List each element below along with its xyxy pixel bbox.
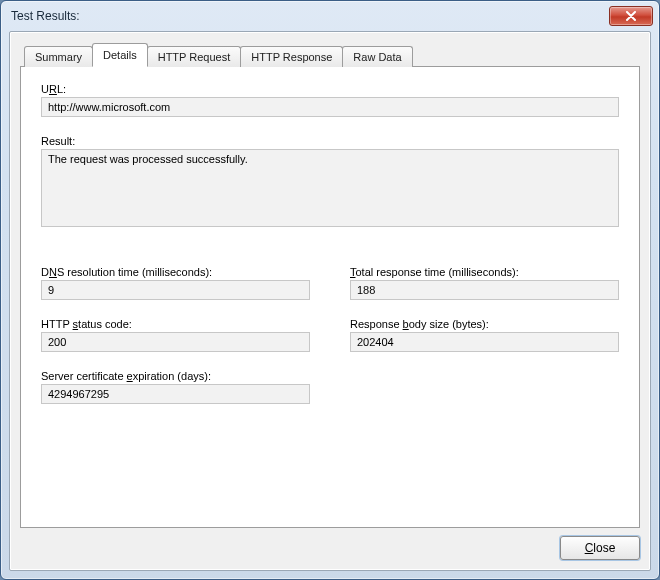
cert-field[interactable]	[41, 384, 310, 404]
total-time-label: Total response time (milliseconds):	[350, 266, 619, 278]
status-field[interactable]	[41, 332, 310, 352]
tab-http-response[interactable]: HTTP Response	[240, 46, 343, 67]
total-time-field[interactable]	[350, 280, 619, 300]
url-label: URL:	[41, 83, 619, 95]
status-label: HTTP status code:	[41, 318, 310, 330]
dialog-footer: Close	[20, 528, 640, 560]
tab-summary[interactable]: Summary	[24, 46, 93, 67]
cert-label: Server certificate expiration (days):	[41, 370, 310, 382]
body-size-label: Response body size (bytes):	[350, 318, 619, 330]
close-button[interactable]: Close	[560, 536, 640, 560]
tab-http-request[interactable]: HTTP Request	[147, 46, 242, 67]
tab-raw-data[interactable]: Raw Data	[342, 46, 412, 67]
tabstrip: Summary Details HTTP Request HTTP Respon…	[24, 42, 640, 66]
dialog-window: Test Results: Summary Details HTTP Reque…	[0, 0, 660, 580]
dns-label: DNS resolution time (milliseconds):	[41, 266, 310, 278]
client-area: Summary Details HTTP Request HTTP Respon…	[9, 31, 651, 571]
close-icon	[625, 11, 637, 21]
result-label: Result:	[41, 135, 619, 147]
dns-field[interactable]	[41, 280, 310, 300]
window-title: Test Results:	[11, 9, 609, 23]
tabpanel-details: URL: Result: The request was processed s…	[20, 66, 640, 528]
window-close-button[interactable]	[609, 6, 653, 26]
titlebar: Test Results:	[1, 1, 659, 31]
tab-details[interactable]: Details	[92, 43, 148, 67]
body-size-field[interactable]	[350, 332, 619, 352]
url-field[interactable]	[41, 97, 619, 117]
result-field[interactable]: The request was processed successfully.	[41, 149, 619, 227]
